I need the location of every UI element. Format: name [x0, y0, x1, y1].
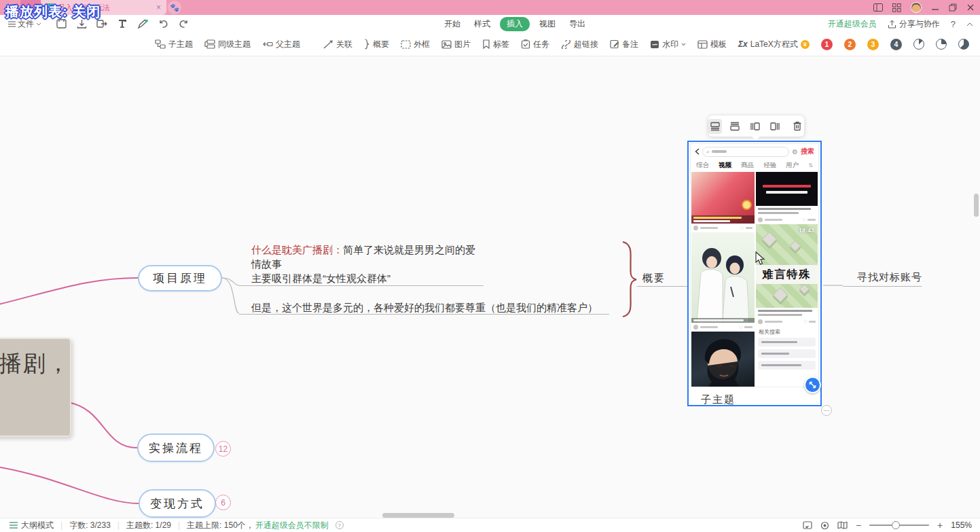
priority-4-badge[interactable]: 4: [890, 39, 902, 50]
chevron-down-icon: [36, 22, 41, 26]
ribbon-item-outer-frame[interactable]: 外框: [401, 39, 430, 50]
node-note-diverse-world[interactable]: 但是，这个世界是多元的，各种爱好的我们都要尊重（也是我们的精准客户）: [251, 302, 598, 315]
subtopic-node-label: 子主题: [701, 393, 736, 406]
outline-mode-button[interactable]: 大纲模式: [10, 520, 54, 531]
new-tab-paw-button[interactable]: 🐾: [168, 1, 181, 14]
node-practical-process[interactable]: 实操流程: [137, 433, 215, 462]
ribbon-item-parent-topic[interactable]: 父主题: [262, 39, 300, 50]
collapsed-count-badge[interactable]: 6: [215, 495, 231, 510]
separator: |: [178, 520, 180, 530]
image-position-left-button[interactable]: [748, 119, 761, 134]
collapse-toolbar-icon[interactable]: [966, 20, 973, 28]
sibling-topic-icon: [204, 39, 215, 49]
feed-caption: [756, 207, 818, 215]
phone-search-input: ⌕: [702, 147, 789, 157]
vip-unlimited-link[interactable]: 开通超级会员不限制: [255, 520, 329, 531]
format-painter-button[interactable]: [113, 17, 131, 31]
undo-icon[interactable]: [154, 17, 172, 31]
central-topic-node[interactable]: 播剧，: [0, 338, 71, 437]
note-text: 但是，这个世界是多元的，各种爱好的我们都要尊重（也是我们的精准客户）: [251, 302, 598, 313]
priority-3-badge[interactable]: 3: [867, 39, 879, 50]
minimap-icon[interactable]: [837, 521, 848, 529]
horizontal-scrollbar[interactable]: [382, 513, 454, 518]
redo-icon[interactable]: [175, 17, 192, 31]
statusbar: 大纲模式 | 字数: 3/233 | 主题数: 1/29 | 主题上限: 150…: [0, 518, 980, 532]
playlist-osd-overlay: 播放列表: 关闭: [5, 3, 101, 21]
separator: |: [60, 520, 62, 530]
zoom-out-button[interactable]: −: [856, 520, 861, 531]
avatar: [693, 226, 698, 230]
subtopic-icon: [155, 39, 166, 49]
ribbon-item-latex[interactable]: Σx LaTeX方程式 ♛: [738, 39, 810, 50]
menu-view[interactable]: 视图: [535, 17, 560, 31]
help-button[interactable]: ?: [951, 19, 956, 29]
main-menus: 开始 样式 插入 视图 导出: [440, 15, 589, 33]
vertical-scrollbar[interactable]: [974, 194, 979, 217]
node-subtopic-with-image[interactable]: ⌕ ⚙ 搜索 综合 视频 商品 经验 用户 ⇅: [687, 141, 822, 406]
locate-center-icon[interactable]: [820, 521, 829, 530]
image-position-toolbar: [708, 116, 804, 137]
node-benchmark-accounts[interactable]: 寻找对标账号: [857, 271, 922, 284]
ribbon-item-task[interactable]: 任务: [521, 39, 549, 50]
phone-screenshot-image: ⌕ ⚙ 搜索 综合 视频 商品 经验 用户 ⇅: [690, 143, 819, 387]
ribbon-item-subtopic[interactable]: 子主题: [155, 39, 193, 50]
badge-icon: [742, 200, 752, 210]
progress-12-icon[interactable]: [913, 39, 924, 50]
fit-screen-icon[interactable]: [803, 521, 812, 529]
delete-image-button[interactable]: [791, 119, 804, 134]
zoom-in-button[interactable]: +: [937, 520, 943, 531]
phone-tab-experience: 经验: [763, 161, 776, 170]
priority-1-badge[interactable]: 1: [821, 39, 833, 50]
info-icon[interactable]: ?: [335, 521, 344, 529]
ribbon-item-image[interactable]: 图片: [441, 39, 471, 50]
restore-icon[interactable]: [949, 3, 957, 12]
node-monetization[interactable]: 变现方式: [139, 489, 216, 518]
pen-marker-button[interactable]: [134, 17, 151, 31]
image-scale-handle[interactable]: [804, 376, 821, 393]
priority-2-badge[interactable]: 2: [844, 39, 856, 50]
summary-brace-icon: [364, 39, 370, 50]
avatar[interactable]: [911, 2, 922, 13]
image-position-bottom-button[interactable]: [728, 119, 742, 134]
related-search-title: 相关搜索: [756, 326, 818, 336]
ribbon-item-relation[interactable]: 关联: [323, 39, 352, 50]
zoom-slider-thumb[interactable]: [892, 521, 900, 529]
menu-insert[interactable]: 插入: [500, 17, 530, 31]
share-collaborate-button[interactable]: 分享与协作: [888, 18, 940, 30]
ribbon-item-label[interactable]: 标签: [482, 39, 509, 50]
vip-crown-icon: ♛: [801, 40, 810, 49]
ribbon-item-watermark[interactable]: 水印: [650, 39, 686, 50]
feed-card-image: [691, 232, 755, 323]
minimize-icon[interactable]: [931, 3, 939, 12]
collapsed-count-badge[interactable]: 12: [215, 441, 231, 457]
tab-close-icon[interactable]: ×: [156, 3, 161, 12]
menu-export[interactable]: 导出: [565, 17, 589, 31]
upgrade-vip-link[interactable]: 开通超级会员: [828, 18, 877, 30]
watermark-icon: [650, 40, 659, 49]
node-collapse-handle[interactable]: —: [821, 405, 832, 416]
node-project-principle[interactable]: 项目原理: [138, 265, 222, 291]
phone-result-tabs: 综合 视频 商品 经验 用户 ⇅: [691, 159, 818, 172]
ribbon-item-template[interactable]: 模板: [697, 39, 727, 50]
ribbon-item-note[interactable]: 备注: [610, 39, 638, 50]
menu-start[interactable]: 开始: [440, 17, 465, 31]
node-note-what-is[interactable]: 什么是耽美广播剧：简单了来说就是男男之间的爱情故事 主要吸引群体是“女性观众群体…: [251, 243, 482, 285]
close-icon[interactable]: [966, 3, 975, 12]
relation-icon: [323, 40, 333, 49]
sidebar-toggle-icon[interactable]: [873, 3, 883, 12]
chevron-down-icon: [681, 43, 686, 46]
apps-grid-icon[interactable]: [892, 3, 901, 12]
ribbon-item-summary[interactable]: 概要: [364, 39, 389, 50]
note-icon: [610, 39, 619, 49]
node-summary[interactable]: 概要: [642, 272, 666, 285]
ribbon-item-hyperlink[interactable]: 超链接: [561, 39, 598, 50]
zoom-slider[interactable]: [869, 525, 929, 526]
ribbon-item-sibling-topic[interactable]: 同级主题: [204, 39, 251, 50]
image-position-right-button[interactable]: [768, 119, 782, 134]
image-position-top-button[interactable]: [708, 119, 722, 134]
progress-62-icon[interactable]: [958, 39, 969, 50]
parent-topic-icon: [262, 39, 273, 49]
progress-25-icon[interactable]: [936, 39, 947, 50]
quick-toolbar: 文件 开始 样式 插入 视图 导出 开通超级会员 分享与协作 ?: [0, 15, 980, 33]
menu-style[interactable]: 样式: [470, 17, 494, 31]
